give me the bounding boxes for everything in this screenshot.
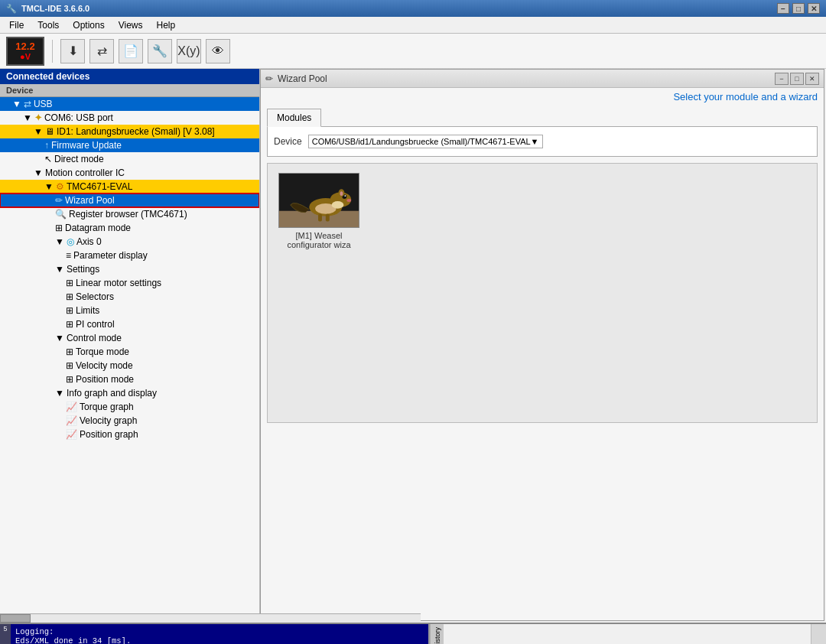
advanced-tab[interactable]: Advanced [811,624,826,644]
graph-icon-torque: 📈 [66,402,77,412]
tmcl-history-tab[interactable]: TMCL history [430,624,444,644]
tree-label-com6: COM6: USB port [44,112,113,123]
log-content: Logging: Eds/XML done in 34 [ms]. [1] 22… [15,627,425,644]
tree-label-torque-graph: Torque graph [80,402,134,412]
bottom-area: 5 Logging: Eds/XML done in 34 [ms]. [1] … [0,623,826,644]
tree-item-info-graph[interactable]: ▼ Info graph and display [0,386,259,400]
title-bar-controls[interactable]: − □ ✕ [777,3,820,14]
menu-help[interactable]: Help [151,18,182,32]
tree-label-axis0: Axis 0 [76,236,102,247]
tree-item-motion[interactable]: ▼ Motion controller IC [0,166,259,180]
tree-item-firmware[interactable]: ↑ Firmware Update [0,138,259,152]
wizard-card-weasel[interactable]: [M1] Weasel configurator wiza [277,173,361,249]
tree-item-register[interactable]: 🔍 Register browser (TMC4671) [0,207,259,221]
wizard-card-label-weasel: [M1] Weasel configurator wiza [277,231,361,249]
tree-item-linear[interactable]: ⊞ Linear motor settings [0,276,259,290]
wizard-minimize-btn[interactable]: − [775,73,789,85]
expand-icon: ▼ [12,99,21,109]
tree-item-torque-mode[interactable]: ⊞ Torque mode [0,345,259,359]
wizard-tabs[interactable]: Modules [261,106,824,126]
tree-label-wizard: Wizard Pool [65,195,115,206]
svg-point-10 [340,191,343,196]
tree-label-direct: Direct mode [54,154,104,164]
menu-views[interactable]: Views [112,18,149,32]
tree-item-torque-graph[interactable]: 📈 Torque graph [0,400,259,414]
tree-label-usb: USB [34,99,53,109]
tab-modules[interactable]: Modules [267,109,321,127]
device-label: Device [274,136,302,147]
tree-label-pi: PI control [76,319,115,330]
tree-item-velocity-graph[interactable]: 📈 Velocity graph [0,414,259,428]
menu-tools[interactable]: Tools [31,18,65,32]
view-button[interactable]: 👁 [206,39,230,63]
log-scrollbar-thumb[interactable] [0,614,31,623]
tree-item-direct[interactable]: ↖ Direct mode [0,152,259,166]
tree-item-axis0[interactable]: ▼ ◎ Axis 0 [0,235,259,249]
log-panel: 5 Logging: Eds/XML done in 34 [ms]. [1] … [0,624,428,644]
tree-item-datagram[interactable]: ⊞ Datagram mode [0,221,259,235]
tree-label-position-mode: Position mode [76,374,134,385]
wizard-maximize-btn[interactable]: □ [790,73,804,85]
grid-icon-linear: ⊞ [66,278,73,288]
right-log-panel: TMCL history >Landungsbruecke(Small): CO… [428,624,826,644]
device-dropdown[interactable]: COM6/USB/id1/Landungsbruecke (Small)/TMC… [308,135,543,148]
download-button[interactable]: ⬇ [60,39,85,63]
tree-item-position-graph[interactable]: 📈 Position graph [0,428,259,441]
variable-button[interactable]: X(y) [177,39,201,63]
weasel-image [278,173,359,228]
menu-options[interactable]: Options [67,18,110,32]
toolbar-separator-1 [52,40,53,63]
tree-item-id1[interactable]: ▼ 🖥 ID1: Landungsbruecke (Small) [V 3.08… [0,125,259,138]
tree-item-wizard[interactable]: ✏ Wizard Pool [0,194,259,207]
datagram-icon: ⊞ [55,223,63,233]
app-title: TMCL-IDE 3.6.6.0 [21,4,89,13]
device-icon: 🖥 [45,126,54,137]
graph-icon-velocity: 📈 [66,415,77,426]
tree-item-position-mode[interactable]: ⊞ Position mode [0,372,259,386]
tree-item-tmc4671[interactable]: ▼ ⚙ TMC4671-EVAL [0,180,259,194]
svg-point-7 [344,195,346,197]
tools-button[interactable]: 🔧 [148,39,172,63]
tree-item-settings[interactable]: ▼ Settings [0,262,259,276]
tree-label-id1: ID1: Landungsbruecke (Small) [V 3.08] [57,126,215,137]
cursor-icon: ↖ [44,154,52,164]
expand-icon-motion: ▼ [34,168,43,178]
log-tab-number: 5 [3,626,7,633]
tree-label-velocity-graph: Velocity graph [80,415,137,426]
firmware-icon: ↑ [44,140,49,151]
log-scrollbar[interactable] [0,613,421,623]
tree-label-firmware: Firmware Update [51,140,122,151]
wizard-titlebar-controls[interactable]: − □ ✕ [775,73,819,85]
tree-item-selectors[interactable]: ⊞ Selectors [0,290,259,304]
connect-button[interactable]: ⇄ [89,39,114,63]
menu-file[interactable]: File [3,18,30,32]
close-button[interactable]: ✕ [808,3,820,14]
voltage-display: 12.2 ●V [6,37,44,66]
tree-item-velocity-mode[interactable]: ⊞ Velocity mode [0,359,259,372]
log-line-1: Eds/XML done in 34 [ms]. [15,636,425,644]
tree-label-settings: Settings [67,264,99,275]
device-row: Device COM6/USB/id1/Landungsbruecke (Sma… [274,132,811,151]
tree-label-selectors: Selectors [76,291,114,302]
tree-label-register: Register browser (TMC4671) [69,209,187,220]
file-button[interactable]: 📄 [119,39,143,63]
wizard-body: Device COM6/USB/id1/Landungsbruecke (Sma… [267,126,818,157]
tree-label-motion: Motion controller IC [45,168,125,178]
list-icon: ≡ [66,250,71,261]
wizard-grid: [M1] Weasel configurator wiza [267,163,818,423]
wizard-icon: ✏ [55,195,63,206]
search-icon: 🔍 [55,209,67,220]
tree-item-control-mode[interactable]: ▼ Control mode [0,331,259,345]
tree-item-limits[interactable]: ⊞ Limits [0,304,259,317]
tree-item-pi[interactable]: ⊞ PI control [0,317,259,331]
tree-item-com6[interactable]: ▼ ✦ COM6: USB port [0,111,259,125]
tree-item-usb[interactable]: ▼ ⇄ USB [0,97,259,111]
port-icon: ✦ [34,112,42,123]
usb-icon: ⇄ [24,99,31,109]
minimize-button[interactable]: − [777,3,789,14]
svg-rect-12 [326,214,330,222]
wizard-close-btn[interactable]: ✕ [805,73,819,85]
title-bar: 🔧 TMCL-IDE 3.6.6.0 − □ ✕ [0,0,826,17]
tree-item-paramdisplay[interactable]: ≡ Parameter display [0,249,259,262]
maximize-button[interactable]: □ [792,3,805,14]
